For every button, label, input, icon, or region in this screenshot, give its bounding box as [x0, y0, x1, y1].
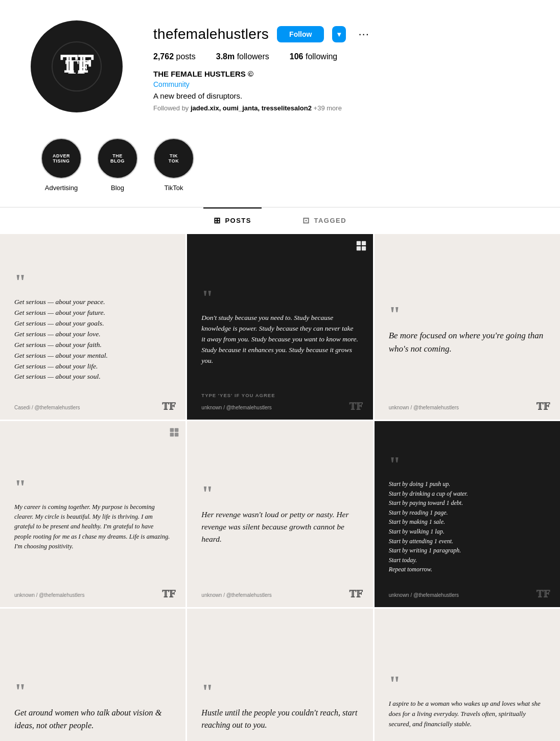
bio-tagline: A new breed of disruptors.: [153, 91, 529, 100]
post-logo-4: 𝕋𝔽: [162, 589, 175, 600]
post-attribution-2: unknown / @thefemalehustlers: [201, 405, 271, 410]
svg-rect-4: [362, 241, 366, 245]
multi-post-icon-4: [169, 427, 179, 440]
highlight-circle-tiktok: TIKTOK: [153, 138, 194, 179]
stats-row: 2,762 posts 3.8m followers 106 following: [153, 52, 529, 61]
post-card-2[interactable]: " Don't study because you need to. Study…: [187, 234, 372, 420]
quote-mark: ": [389, 673, 546, 694]
highlight-label-blog: Blog: [111, 184, 124, 192]
post-attribution-4: unknown / @thefemalehustlers: [14, 592, 84, 598]
multi-post-icon: [356, 240, 367, 254]
bio-name: THE FEMALE HUSTLERS ©: [153, 70, 529, 78]
quote-mark: ": [14, 477, 171, 498]
tab-tagged[interactable]: ⊡ TAGGED: [292, 207, 357, 233]
profile-header: 𝕋𝔽 TF thefemalehustlers Follow ▾ ··· 2,7…: [0, 0, 560, 128]
highlight-blog[interactable]: THEBLOG Blog: [97, 138, 138, 192]
avatar: 𝕋𝔽 TF: [31, 20, 123, 112]
tab-posts[interactable]: ⊞ POSTS: [203, 207, 262, 233]
post-card-6[interactable]: " Start by doing 1 push up.Start by drin…: [375, 421, 560, 607]
type-yes-2: TYPE 'YES' IF YOU AGREE: [201, 392, 275, 398]
post-card-4[interactable]: " My career is coming together. My purpo…: [0, 421, 185, 607]
highlight-circle-blog: THEBLOG: [97, 138, 138, 179]
bio-category[interactable]: Community: [153, 80, 529, 88]
svg-rect-10: [175, 433, 179, 437]
svg-rect-3: [356, 241, 360, 245]
post-attribution-6: unknown / @thefemalehustlers: [389, 592, 459, 598]
follow-button[interactable]: Follow: [277, 26, 324, 42]
svg-rect-7: [170, 428, 174, 432]
quote-mark: ": [201, 483, 358, 504]
svg-rect-5: [356, 246, 360, 250]
dropdown-button[interactable]: ▾: [332, 26, 346, 42]
profile-top-row: thefemalehustlers Follow ▾ ···: [153, 26, 529, 43]
post-quote-7: Get around women who talk about vision &…: [14, 706, 171, 732]
post-card-1[interactable]: " Get serious — about your peace.Get ser…: [0, 234, 185, 420]
post-attribution-5: unknown / @thefemalehustlers: [201, 592, 271, 598]
tag-icon: ⊡: [302, 216, 310, 225]
post-attribution-1: Casedi / @thefemalehustlers: [14, 405, 80, 410]
tabs-row: ⊞ POSTS ⊡ TAGGED: [0, 207, 560, 233]
post-quote-1: Get serious — about your peace.Get serio…: [14, 297, 171, 382]
svg-rect-8: [175, 428, 179, 432]
username: thefemalehustlers: [153, 26, 269, 42]
followers-stat[interactable]: 3.8m followers: [216, 52, 269, 61]
post-quote-6: Start by doing 1 push up.Start by drinki…: [389, 479, 546, 574]
more-options-button[interactable]: ···: [354, 26, 373, 43]
post-quote-3: Be more focused on where you're going th…: [389, 329, 546, 355]
post-logo-3: 𝕋𝔽: [536, 401, 550, 412]
quote-mark: ": [389, 304, 546, 325]
post-quote-2: Don't study because you need to. Study b…: [201, 313, 358, 366]
post-logo-5: 𝕋𝔽: [349, 589, 362, 600]
post-card-8[interactable]: " Hustle until the people you couldn't r…: [187, 609, 372, 741]
posts-grid: " Get serious — about your peace.Get ser…: [0, 233, 560, 741]
post-card-9[interactable]: " I aspire to be a woman who wakes up an…: [375, 609, 560, 741]
highlight-circle-advertising: ADVERTISING: [41, 138, 82, 179]
highlight-label-advertising: Advertising: [45, 184, 78, 192]
highlight-tiktok[interactable]: TIKTOK TikTok: [153, 138, 194, 192]
post-card-7[interactable]: " Get around women who talk about vision…: [0, 609, 185, 741]
following-stat[interactable]: 106 following: [290, 52, 337, 61]
posts-stat: 2,762 posts: [153, 52, 196, 61]
post-quote-4: My career is coming together. My purpose…: [14, 502, 171, 552]
post-quote-5: Her revenge wasn't loud or petty or nast…: [201, 508, 358, 545]
svg-rect-9: [170, 433, 174, 437]
grid-icon: ⊞: [214, 216, 221, 225]
highlights-section: ADVERTISING Advertising THEBLOG Blog TIK…: [0, 128, 560, 207]
post-card-5[interactable]: " Her revenge wasn't loud or petty or na…: [187, 421, 372, 607]
quote-mark: ": [201, 681, 358, 703]
avatar-container: 𝕋𝔽 TF: [31, 20, 123, 112]
highlight-advertising[interactable]: ADVERTISING Advertising: [41, 138, 82, 192]
svg-rect-6: [362, 246, 366, 250]
post-quote-9: I aspire to be a woman who wakes up and …: [389, 699, 546, 729]
quote-mark: ": [14, 681, 171, 702]
svg-text:TF: TF: [65, 55, 89, 78]
followed-by: Followed by jaded.xix, oumi_janta, tress…: [153, 104, 529, 112]
post-logo-6: 𝕋𝔽: [536, 589, 550, 600]
quote-mark: ": [201, 287, 358, 309]
highlight-label-tiktok: TikTok: [164, 184, 183, 192]
post-logo-2: 𝕋𝔽: [349, 401, 362, 412]
post-quote-8: Hustle until the people you couldn't rea…: [201, 707, 358, 732]
post-attribution-3: unknown / @thefemalehustlers: [389, 405, 459, 410]
quote-mark: ": [389, 454, 546, 475]
profile-info: thefemalehustlers Follow ▾ ··· 2,762 pos…: [153, 20, 529, 112]
followed-by-link[interactable]: jaded.xix, oumi_janta, tresselitesalon2: [191, 104, 312, 112]
post-logo-1: 𝕋𝔽: [162, 401, 175, 412]
post-card-3[interactable]: " Be more focused on where you're going …: [375, 234, 560, 420]
quote-mark: ": [14, 271, 171, 293]
